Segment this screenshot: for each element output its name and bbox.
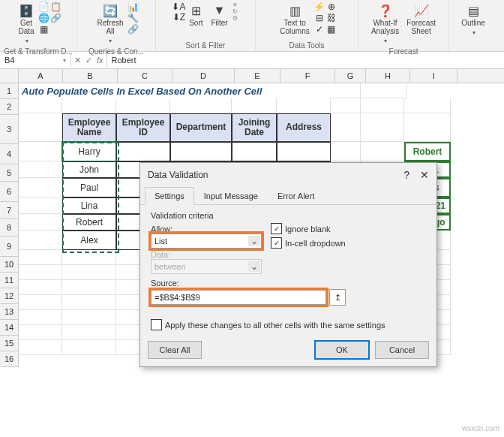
sort-desc-icon[interactable]: ⬇Z xyxy=(173,12,184,23)
remove-dup-icon[interactable]: ⊟ xyxy=(314,13,325,23)
help-icon[interactable]: ? xyxy=(404,169,410,181)
data-model-icon[interactable]: ▦ xyxy=(326,24,337,35)
sort-asc-icon[interactable]: ⬇A xyxy=(173,2,184,12)
cell-A16[interactable] xyxy=(19,340,62,355)
cell-D4[interactable] xyxy=(170,142,232,161)
source-input[interactable]: =$B$4:$B$9 xyxy=(151,290,326,305)
col-header-I[interactable]: I xyxy=(410,69,458,83)
clear-all-button[interactable]: Clear All xyxy=(148,341,202,359)
row-header-3[interactable]: 3 xyxy=(0,115,18,144)
cell-B8[interactable]: Robert xyxy=(62,214,116,231)
tab-input-message[interactable]: Input Message xyxy=(194,187,268,205)
cell-A13[interactable] xyxy=(19,295,62,310)
range-selector-button[interactable]: ↥ xyxy=(329,289,346,306)
formula-input[interactable]: Robert xyxy=(107,54,504,66)
properties-icon[interactable]: 🔧 xyxy=(128,13,139,23)
existing-conn-icon[interactable]: 🔗 xyxy=(51,13,62,23)
queries-icon[interactable]: 📊 xyxy=(128,2,139,12)
refresh-all-button[interactable]: 🔄 Refresh All xyxy=(94,2,126,46)
row-header-6[interactable]: 6 xyxy=(0,182,18,202)
row-header-16[interactable]: 16 xyxy=(0,351,18,367)
tab-settings[interactable]: Settings xyxy=(145,187,194,205)
col-header-B[interactable]: B xyxy=(63,69,118,83)
cell-B12[interactable] xyxy=(62,280,116,295)
outline-button[interactable]: ▤ Outline xyxy=(458,2,488,38)
row-header-8[interactable]: 8 xyxy=(0,219,18,237)
cell-A14[interactable] xyxy=(19,310,62,325)
cell-A3[interactable] xyxy=(19,113,62,142)
cell-B16[interactable] xyxy=(62,340,116,355)
recent-sources-icon[interactable]: 📋 xyxy=(51,2,62,12)
cell-A15[interactable] xyxy=(19,325,62,340)
flash-fill-icon[interactable]: ⚡ xyxy=(314,2,325,12)
incell-dropdown-checkbox[interactable]: ✓In-cell dropdown xyxy=(271,237,346,249)
cell-B3[interactable]: Employee Name xyxy=(62,113,116,142)
col-header-E[interactable]: E xyxy=(235,69,280,83)
cell-G4[interactable] xyxy=(331,142,361,161)
tab-error-alert[interactable]: Error Alert xyxy=(268,187,325,205)
row-header-4[interactable]: 4 xyxy=(0,144,18,164)
cell-B14[interactable] xyxy=(62,310,116,325)
cancel-formula-icon[interactable]: ✕ xyxy=(74,56,81,65)
cell-A7[interactable] xyxy=(19,197,62,214)
forecast-sheet-button[interactable]: 📈 Forecast Sheet xyxy=(404,2,439,37)
col-header-C[interactable]: C xyxy=(118,69,172,83)
select-all-corner[interactable] xyxy=(0,69,19,83)
cell-A5[interactable] xyxy=(19,161,62,178)
text-to-columns-button[interactable]: ▥ Text to Columns xyxy=(277,2,312,37)
cell-B5[interactable]: John xyxy=(62,161,116,178)
from-text-icon[interactable]: 📄 xyxy=(39,2,50,12)
cell-I4[interactable]: Robert xyxy=(404,142,451,161)
cell-B13[interactable] xyxy=(62,295,116,310)
cell-B2[interactable] xyxy=(62,98,116,113)
advanced-icon[interactable]: ⚙ xyxy=(232,15,238,22)
cell-G2[interactable] xyxy=(331,98,361,113)
cell-B15[interactable] xyxy=(62,325,116,340)
col-header-F[interactable]: F xyxy=(280,69,335,83)
reapply-icon[interactable]: ↻ xyxy=(232,8,238,15)
cell-A1[interactable]: Auto Populate Cells In Excel Based On An… xyxy=(19,83,331,98)
cell-G3[interactable] xyxy=(331,113,361,142)
cell-H4[interactable] xyxy=(361,142,404,161)
cell-C2[interactable] xyxy=(116,98,170,113)
row-header-10[interactable]: 10 xyxy=(0,257,18,273)
row-header-13[interactable]: 13 xyxy=(0,304,18,320)
cell-E4[interactable] xyxy=(232,142,277,161)
from-table-icon[interactable]: ▦ xyxy=(39,24,50,35)
cell-C3[interactable]: Employee ID xyxy=(116,113,170,142)
accept-formula-icon[interactable]: ✓ xyxy=(86,56,92,65)
cell-A12[interactable] xyxy=(19,280,62,295)
data-val-icon[interactable]: ✓ xyxy=(314,24,325,35)
col-header-G[interactable]: G xyxy=(335,69,366,83)
cell-A2[interactable] xyxy=(19,98,62,113)
ok-button[interactable]: OK xyxy=(315,341,369,359)
fx-icon[interactable]: fx xyxy=(97,56,104,65)
row-header-14[interactable]: 14 xyxy=(0,320,18,336)
cell-E3[interactable]: Joining Date xyxy=(232,113,277,142)
get-data-button[interactable]: 🗄️ Get Data xyxy=(15,2,37,46)
cell-B7[interactable]: Lina xyxy=(62,197,116,214)
allow-combo[interactable]: List xyxy=(151,234,262,249)
col-header-A[interactable]: A xyxy=(19,69,63,83)
name-box[interactable]: B4 xyxy=(0,54,71,66)
cell-B11[interactable] xyxy=(62,265,116,280)
sort-button[interactable]: ⊞ Sort xyxy=(185,2,206,29)
consolidate-icon[interactable]: ⊕ xyxy=(326,2,337,12)
cell-I2[interactable] xyxy=(404,98,451,113)
cell-B6[interactable]: Paul xyxy=(62,178,116,197)
row-header-1[interactable]: 1 xyxy=(0,83,18,99)
row-header-12[interactable]: 12 xyxy=(0,288,18,304)
row-header-9[interactable]: 9 xyxy=(0,237,18,257)
whatif-button[interactable]: ❓ What-If Analysis xyxy=(368,2,402,46)
col-header-H[interactable]: H xyxy=(366,69,410,83)
cell-F4[interactable] xyxy=(277,142,331,161)
clear-icon[interactable]: ✕ xyxy=(232,2,238,8)
cell-I3[interactable] xyxy=(404,113,451,142)
cell-A9[interactable] xyxy=(19,231,62,250)
cell-I1[interactable] xyxy=(361,83,407,98)
cell-A4[interactable] xyxy=(19,142,62,161)
cell-D3[interactable]: Department xyxy=(170,113,232,142)
from-web-icon[interactable]: 🌐 xyxy=(39,13,50,23)
row-header-7[interactable]: 7 xyxy=(0,202,18,219)
ignore-blank-checkbox[interactable]: ✓Ignore blank xyxy=(271,223,346,234)
